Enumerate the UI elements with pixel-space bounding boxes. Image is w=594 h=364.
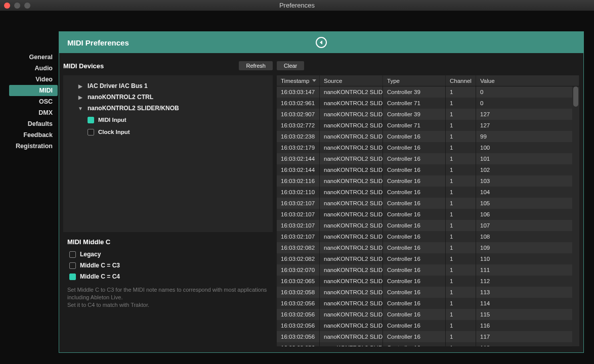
- table-row[interactable]: 16:03:02:110nanoKONTROL2 SLIDE...Control…: [277, 187, 579, 198]
- cell: 1: [446, 264, 476, 276]
- cell: 1: [446, 198, 476, 209]
- table-row[interactable]: 16:03:02:238nanoKONTROL2 SLIDE...Control…: [277, 131, 579, 142]
- table-row[interactable]: 16:03:02:116nanoKONTROL2 SLIDE...Control…: [277, 175, 579, 187]
- cell: 1: [446, 209, 476, 220]
- cell: nanoKONTROL2 SLIDE...: [320, 242, 383, 253]
- back-button[interactable]: [316, 37, 327, 48]
- chevron-right-icon[interactable]: ▶: [76, 95, 84, 100]
- cell: Controller 16: [383, 153, 446, 164]
- cell: Controller 39: [383, 86, 446, 98]
- col-timestamp[interactable]: Timestamp: [277, 75, 320, 86]
- table-row[interactable]: 16:03:02:056nanoKONTROL2 SLIDE...Control…: [277, 331, 579, 342]
- cell: Controller 16: [383, 175, 446, 187]
- device-label: IAC Driver IAC Bus 1: [88, 82, 148, 89]
- cell: Controller 39: [383, 109, 446, 120]
- midi-middle-c-section: MIDI Middle C LegacyMiddle C = C3Middle …: [63, 232, 273, 313]
- chevron-right-icon[interactable]: ▶: [76, 83, 84, 89]
- table-row[interactable]: 16:03:02:082nanoKONTROL2 SLIDE...Control…: [277, 253, 579, 264]
- sidebar-item-feedback[interactable]: Feedback: [9, 129, 58, 141]
- cell: Controller 71: [383, 98, 446, 109]
- cell: Controller 16: [383, 342, 446, 346]
- cell: nanoKONTROL2 SLIDE...: [320, 153, 383, 164]
- sidebar-item-audio[interactable]: Audio: [9, 63, 58, 74]
- cell: 16:03:02:056: [277, 309, 320, 320]
- cell: Controller 16: [383, 242, 446, 253]
- device-row[interactable]: ▼nanoKONTROL2 SLIDER/KNOB: [67, 103, 269, 114]
- table-row[interactable]: 16:03:02:772nanoKONTROL2 SLIDE...Control…: [277, 120, 579, 131]
- sidebar-item-midi[interactable]: MIDI: [9, 85, 58, 96]
- cell: 16:03:02:056: [277, 298, 320, 309]
- table-row[interactable]: 16:03:02:107nanoKONTROL2 SLIDE...Control…: [277, 209, 579, 220]
- cell: 16:03:02:107: [277, 231, 320, 242]
- sidebar-item-defaults[interactable]: Defaults: [9, 118, 58, 129]
- table-row[interactable]: 16:03:02:082nanoKONTROL2 SLIDE...Control…: [277, 242, 579, 253]
- cell: Controller 16: [383, 220, 446, 231]
- table-row[interactable]: 16:03:02:065nanoKONTROL2 SLIDE...Control…: [277, 276, 579, 287]
- checkbox[interactable]: [69, 274, 76, 280]
- cell: Controller 16: [383, 264, 446, 276]
- cell: Controller 16: [383, 320, 446, 331]
- table-row[interactable]: 16:03:02:056nanoKONTROL2 SLIDE...Control…: [277, 320, 579, 331]
- table-row[interactable]: 16:03:02:144nanoKONTROL2 SLIDE...Control…: [277, 164, 579, 175]
- device-option-row[interactable]: MIDI Input: [67, 114, 269, 126]
- refresh-button[interactable]: Refresh: [239, 61, 273, 70]
- sidebar-item-registration[interactable]: Registration: [9, 141, 58, 152]
- device-row[interactable]: ▶IAC Driver IAC Bus 1: [67, 80, 269, 92]
- table-row[interactable]: 16:03:02:144nanoKONTROL2 SLIDE...Control…: [277, 153, 579, 164]
- cell: 1: [446, 220, 476, 231]
- sidebar-item-dmx[interactable]: DMX: [9, 107, 58, 118]
- cell: 104: [476, 187, 579, 198]
- table-header[interactable]: Timestamp Source Type Channel Value: [277, 75, 579, 86]
- table-row[interactable]: 16:03:02:179nanoKONTROL2 SLIDE...Control…: [277, 142, 579, 153]
- cell: nanoKONTROL2 SLIDE...: [320, 320, 383, 331]
- table-row[interactable]: 16:03:02:058nanoKONTROL2 SLIDE...Control…: [277, 287, 579, 298]
- cell: nanoKONTROL2 SLIDE...: [320, 231, 383, 242]
- cell: 16:03:02:058: [277, 287, 320, 298]
- cell: Controller 16: [383, 209, 446, 220]
- middle-c-option[interactable]: Middle C = C3: [67, 260, 269, 271]
- col-channel[interactable]: Channel: [446, 75, 476, 86]
- checkbox[interactable]: [69, 262, 76, 269]
- device-row[interactable]: ▶nanoKONTROL2 CTRL: [67, 92, 269, 103]
- cell: 1: [446, 287, 476, 298]
- device-option-row[interactable]: Clock Input: [67, 126, 269, 138]
- sidebar-item-general[interactable]: General: [9, 52, 58, 63]
- middle-c-option[interactable]: Middle C = C4: [67, 271, 269, 282]
- scrollbar-thumb[interactable]: [573, 86, 578, 107]
- checkbox[interactable]: [88, 117, 94, 123]
- sidebar-item-osc[interactable]: OSC: [9, 96, 58, 107]
- cell: nanoKONTROL2 SLIDE...: [320, 264, 383, 276]
- chevron-down-icon[interactable]: ▼: [76, 106, 84, 111]
- table-row[interactable]: 16:03:02:070nanoKONTROL2 SLIDE...Control…: [277, 264, 579, 276]
- table-row[interactable]: 16:03:02:907nanoKONTROL2 SLIDE...Control…: [277, 109, 579, 120]
- checkbox[interactable]: [88, 129, 94, 135]
- table-row[interactable]: 16:03:03:147nanoKONTROL2 SLIDE...Control…: [277, 86, 579, 98]
- cell: 109: [476, 242, 579, 253]
- table-row[interactable]: 16:03:02:107nanoKONTROL2 SLIDE...Control…: [277, 231, 579, 242]
- cell: Controller 16: [383, 309, 446, 320]
- scrollbar[interactable]: [572, 86, 579, 346]
- cell: 106: [476, 209, 579, 220]
- cell: nanoKONTROL2 SLIDE...: [320, 276, 383, 287]
- col-source[interactable]: Source: [320, 75, 383, 86]
- table-row[interactable]: 16:03:02:056nanoKONTROL2 SLIDE...Control…: [277, 298, 579, 309]
- table-row[interactable]: 16:03:02:961nanoKONTROL2 SLIDE...Control…: [277, 98, 579, 109]
- cell: nanoKONTROL2 SLIDE...: [320, 209, 383, 220]
- middle-c-option[interactable]: Legacy: [67, 249, 269, 260]
- sort-descending-icon: [312, 79, 316, 82]
- cell: nanoKONTROL2 SLIDE...: [320, 86, 383, 98]
- table-row[interactable]: 16:03:02:107nanoKONTROL2 SLIDE...Control…: [277, 198, 579, 209]
- checkbox[interactable]: [69, 251, 76, 258]
- col-type[interactable]: Type: [383, 75, 446, 86]
- clear-button[interactable]: Clear: [277, 61, 304, 70]
- cell: 1: [446, 175, 476, 187]
- table-row[interactable]: 16:03:02:107nanoKONTROL2 SLIDE...Control…: [277, 220, 579, 231]
- cell: 16:03:02:107: [277, 209, 320, 220]
- cell: nanoKONTROL2 SLIDE...: [320, 342, 383, 346]
- table-row[interactable]: 16:03:02:056nanoKONTROL2 SLIDE...Control…: [277, 342, 579, 346]
- cell: 1: [446, 342, 476, 346]
- device-label: nanoKONTROL2 SLIDER/KNOB: [88, 105, 179, 112]
- sidebar-item-video[interactable]: Video: [9, 74, 58, 85]
- col-value[interactable]: Value: [476, 75, 579, 86]
- table-row[interactable]: 16:03:02:056nanoKONTROL2 SLIDE...Control…: [277, 309, 579, 320]
